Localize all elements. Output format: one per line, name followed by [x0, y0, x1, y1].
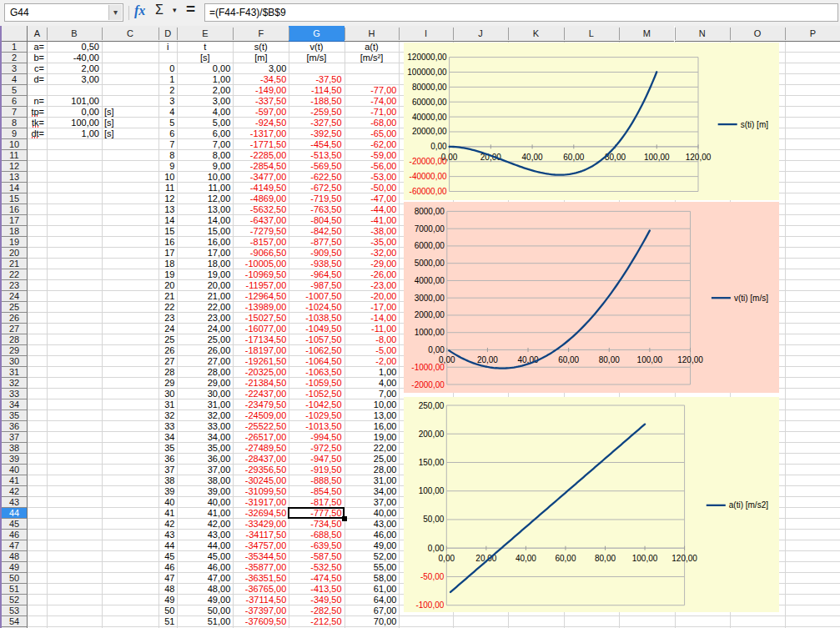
- cell-H7[interactable]: -71,00: [345, 107, 400, 118]
- cell-D51[interactable]: 48: [158, 584, 177, 595]
- cell-D24[interactable]: 21: [158, 291, 177, 302]
- cell-B2[interactable]: -40,00: [47, 53, 102, 63]
- cell-F45[interactable]: -33429,00: [233, 519, 289, 530]
- cell-E32[interactable]: 29,00: [177, 378, 233, 389]
- cell-G14[interactable]: -672,50: [289, 183, 344, 193]
- cell-G32[interactable]: -1059,50: [289, 378, 344, 389]
- cell-D32[interactable]: 29: [158, 378, 177, 389]
- cell-E25[interactable]: 22,00: [177, 302, 233, 313]
- cell-C8[interactable]: [s]: [102, 118, 158, 128]
- cell-D54[interactable]: 51: [158, 616, 177, 627]
- cell-D53[interactable]: 50: [158, 605, 177, 616]
- column-header-G[interactable]: G: [289, 26, 344, 42]
- cell-E13[interactable]: 10,00: [177, 172, 233, 183]
- column-header-I[interactable]: I: [399, 26, 452, 42]
- cell-G18[interactable]: -842,50: [289, 226, 344, 237]
- row-header-20[interactable]: 20: [2, 248, 28, 259]
- row-header-49[interactable]: 49: [2, 562, 28, 573]
- row-header-54[interactable]: 54: [2, 616, 28, 627]
- row-header-1[interactable]: 1: [2, 42, 28, 53]
- cell-F16[interactable]: -5632,50: [233, 204, 289, 215]
- cell-F18[interactable]: -7279,50: [233, 226, 289, 237]
- cell-E15[interactable]: 12,00: [177, 193, 233, 204]
- cell-E23[interactable]: 20,00: [177, 280, 233, 291]
- cell-C9[interactable]: [s]: [102, 128, 158, 139]
- cell-G4[interactable]: -37,50: [289, 74, 344, 85]
- cell-D46[interactable]: 43: [158, 530, 177, 540]
- cell-F14[interactable]: -4149,50: [233, 183, 289, 193]
- row-header-12[interactable]: 12: [2, 161, 28, 172]
- cell-B3[interactable]: 2,00: [47, 63, 102, 74]
- row-header-13[interactable]: 13: [2, 172, 28, 183]
- row-header-19[interactable]: 19: [2, 237, 28, 248]
- row-header-42[interactable]: 42: [2, 486, 28, 497]
- cell-E45[interactable]: 42,00: [177, 519, 233, 530]
- cell-G39[interactable]: -947,50: [289, 454, 344, 465]
- select-all-corner[interactable]: [2, 26, 28, 42]
- cell-A7[interactable]: tp=: [28, 107, 47, 118]
- cell-E2[interactable]: [s]: [177, 53, 233, 63]
- cell-H12[interactable]: -56,00: [345, 161, 400, 172]
- cell-F29[interactable]: -18197,00: [233, 345, 289, 356]
- function-wizard-icon[interactable]: fx: [134, 3, 145, 18]
- cell-reference-name-box[interactable]: G44 ▾: [4, 3, 123, 22]
- column-header-K[interactable]: K: [508, 26, 563, 42]
- cell-G40[interactable]: -919,50: [289, 465, 344, 475]
- cell-G35[interactable]: -1029,50: [289, 410, 344, 421]
- cell-F7[interactable]: -597,00: [233, 107, 289, 118]
- row-header-34[interactable]: 34: [2, 399, 28, 410]
- cell-D13[interactable]: 10: [158, 172, 177, 183]
- cell-D20[interactable]: 17: [158, 248, 177, 259]
- cell-D17[interactable]: 14: [158, 215, 177, 226]
- cell-H19[interactable]: -35,00: [345, 237, 400, 248]
- row-header-32[interactable]: 32: [2, 378, 28, 389]
- cell-G36[interactable]: -1013,50: [289, 421, 344, 432]
- cell-G26[interactable]: -1038,50: [289, 313, 344, 324]
- cell-H28[interactable]: -8,00: [345, 334, 400, 345]
- row-header-5[interactable]: 5: [2, 85, 28, 96]
- cell-F46[interactable]: -34117,50: [233, 530, 289, 540]
- cell-D39[interactable]: 36: [158, 454, 177, 465]
- row-header-14[interactable]: 14: [2, 183, 28, 193]
- cell-H49[interactable]: 55,00: [345, 562, 400, 573]
- cell-D4[interactable]: 1: [158, 74, 177, 85]
- cell-G42[interactable]: -854,50: [289, 486, 344, 497]
- cell-H44[interactable]: 40,00: [345, 508, 400, 519]
- cell-D40[interactable]: 37: [158, 465, 177, 475]
- cell-G46[interactable]: -688,50: [289, 530, 344, 540]
- column-header-N[interactable]: N: [675, 26, 730, 42]
- cell-F30[interactable]: -19261,50: [233, 356, 289, 367]
- cell-G20[interactable]: -909,50: [289, 248, 344, 259]
- row-header-24[interactable]: 24: [2, 291, 28, 302]
- cell-D12[interactable]: 9: [158, 161, 177, 172]
- column-header-M[interactable]: M: [619, 26, 674, 42]
- cell-H48[interactable]: 52,00: [345, 551, 400, 562]
- cell-G21[interactable]: -938,50: [289, 259, 344, 269]
- row-header-7[interactable]: 7: [2, 107, 28, 118]
- cell-D8[interactable]: 5: [158, 118, 177, 128]
- cell-H30[interactable]: -2,00: [345, 356, 400, 367]
- cell-F12[interactable]: -2854,50: [233, 161, 289, 172]
- cell-F49[interactable]: -35877,00: [233, 562, 289, 573]
- cell-H47[interactable]: 49,00: [345, 540, 400, 551]
- cell-E4[interactable]: 1,00: [177, 74, 233, 85]
- cell-G2[interactable]: [m/s]: [289, 53, 344, 63]
- cell-G27[interactable]: -1049,50: [289, 324, 344, 334]
- row-header-8[interactable]: 8: [2, 118, 28, 128]
- cell-G50[interactable]: -474,50: [289, 573, 344, 584]
- cell-E6[interactable]: 3,00: [177, 96, 233, 107]
- cell-E43[interactable]: 40,00: [177, 497, 233, 508]
- cell-E46[interactable]: 43,00: [177, 530, 233, 540]
- cell-E10[interactable]: 7,00: [177, 139, 233, 150]
- cell-D18[interactable]: 15: [158, 226, 177, 237]
- row-header-36[interactable]: 36: [2, 421, 28, 432]
- cell-F19[interactable]: -8157,00: [233, 237, 289, 248]
- cell-F47[interactable]: -34757,00: [233, 540, 289, 551]
- cell-H1[interactable]: a(t): [345, 42, 400, 53]
- sum-dropdown-icon[interactable]: ▾: [173, 6, 177, 14]
- cell-D22[interactable]: 19: [158, 269, 177, 280]
- cell-H26[interactable]: -14,00: [345, 313, 400, 324]
- cell-E48[interactable]: 45,00: [177, 551, 233, 562]
- selection-fill-handle[interactable]: [342, 516, 347, 521]
- cell-E34[interactable]: 31,00: [177, 399, 233, 410]
